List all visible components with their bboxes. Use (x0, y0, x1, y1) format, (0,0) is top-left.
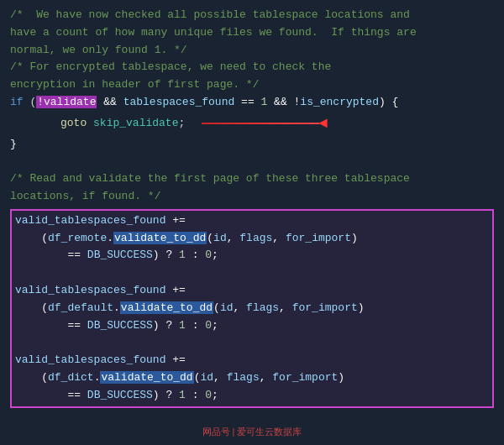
blank-box1 (15, 264, 489, 282)
box2-line2: (df_default.validate_to_dd(id, flags, fo… (15, 300, 489, 317)
box3-line3: == DB_SUCCESS) ? 1 : 0; (15, 387, 489, 405)
comment-line-2: have a count of how many unique files we… (10, 24, 494, 42)
box3-line2: (df_dict.validate_to_dd(id, flags, for_i… (15, 369, 489, 387)
comment-line-1: /* We have now checked all possible tabl… (10, 7, 494, 24)
comment-line-6: /* Read and validate the first page of t… (10, 170, 494, 188)
watermark-prefix: 网品号 (202, 427, 230, 437)
blank-box2 (15, 334, 489, 352)
box1-line1: valid_tablespaces_found += (15, 212, 489, 230)
if-statement: if (!validate && tablespaces_found == 1 … (10, 94, 494, 112)
watermark: 网品号 | 爱可生云数据库 (202, 426, 302, 438)
box3-line1: valid_tablespaces_found += (15, 352, 489, 369)
close-brace: } (10, 136, 494, 154)
code-block: /* We have now checked all possible tabl… (0, 0, 504, 418)
box2-line1: valid_tablespaces_found += (15, 282, 489, 300)
validate-method-2: validate_to_dd (120, 301, 213, 314)
validate-method-3: validate_to_dd (100, 371, 193, 384)
comment-line-4: /* For encrypted tablespace, we need to … (10, 59, 494, 76)
box1-line2: (df_remote.validate_to_dd(id, flags, for… (15, 230, 489, 248)
box1-line3: == DB_SUCCESS) ? 1 : 0; (15, 247, 489, 264)
box2-line3: == DB_SUCCESS) ? 1 : 0; (15, 317, 489, 335)
validate-method-1: validate_to_dd (113, 232, 207, 244)
comment-line-5: encryption in header of first page. */ (10, 76, 494, 94)
blank-line-1 (10, 153, 494, 170)
watermark-brand: 爱可生云数据库 (237, 427, 302, 437)
goto-line: goto skip_validate; ◄ (10, 112, 494, 136)
highlight-box-1: valid_tablespaces_found += (df_remote.va… (10, 209, 494, 408)
comment-line-3: normal, we only found 1. */ (10, 42, 494, 60)
validate-highlight: !validate (36, 96, 97, 108)
comment-line-7: locations, if found. */ (10, 188, 494, 206)
